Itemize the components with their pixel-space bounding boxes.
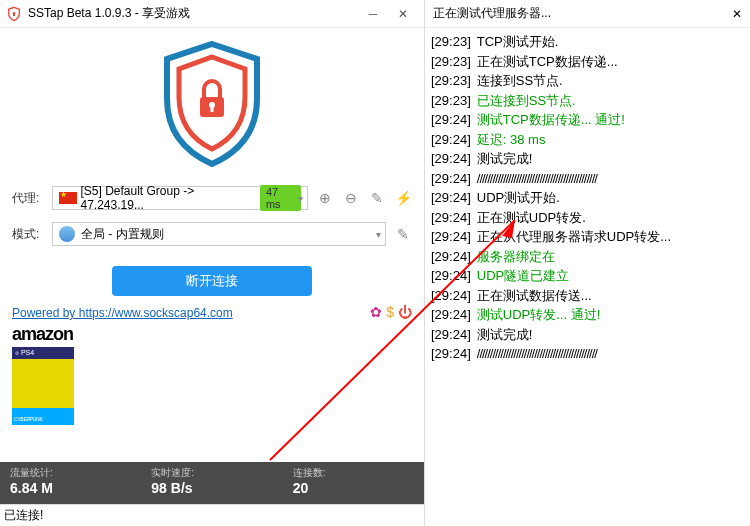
close-button[interactable]: ✕ xyxy=(388,4,418,24)
log-close-button[interactable]: ✕ xyxy=(732,7,742,21)
status-text: 已连接! xyxy=(0,504,424,526)
log-line: [29:24]测试完成! xyxy=(431,325,744,345)
log-line: [29:24]测试TCP数据传递... 通过! xyxy=(431,110,744,130)
stats-bar: 流量统计: 6.84 M 实时速度: 98 B/s 连接数: 20 xyxy=(0,462,424,504)
test-proxy-button[interactable]: ⚡ xyxy=(394,189,412,207)
log-line: [29:24]正在从代理服务器请求UDP转发... xyxy=(431,227,744,247)
titlebar: SSTap Beta 1.0.9.3 - 享受游戏 ─ ✕ xyxy=(0,0,424,28)
conn-cell: 连接数: 20 xyxy=(283,462,424,504)
proxy-dropdown[interactable]: [S5] Default Group -> 47.243.19... 47 ms… xyxy=(52,186,308,210)
donate-icon[interactable]: $ xyxy=(386,304,394,320)
latency-badge: 47 ms xyxy=(260,185,301,211)
app-shield-icon xyxy=(6,6,22,22)
globe-icon xyxy=(59,226,75,242)
remove-proxy-button[interactable]: ⊖ xyxy=(342,189,360,207)
log-line: [29:23]已连接到SS节点. xyxy=(431,91,744,111)
flag-icon xyxy=(59,192,77,204)
mode-value: 全局 - 内置规则 xyxy=(81,226,164,243)
mode-dropdown[interactable]: 全局 - 内置规则 ▾ xyxy=(52,222,386,246)
log-line: [29:23]正在测试TCP数据传递... xyxy=(431,52,744,72)
traffic-cell: 流量统计: 6.84 M xyxy=(0,462,141,504)
disconnect-button[interactable]: 断开连接 xyxy=(112,266,312,296)
log-line: [29:23]连接到SS节点. xyxy=(431,71,744,91)
ad-area[interactable]: amazon xyxy=(0,322,424,427)
powered-link[interactable]: Powered by https://www.sockscap64.com xyxy=(0,304,424,322)
log-line: [29:24]UDP隧道已建立 xyxy=(431,266,744,286)
window-title: SSTap Beta 1.0.9.3 - 享受游戏 xyxy=(28,5,358,22)
log-body: [29:23]TCP测试开始.[29:23]正在测试TCP数据传递...[29:… xyxy=(425,28,750,526)
logo-area xyxy=(0,28,424,180)
log-line: [29:24]测试UDP转发... 通过! xyxy=(431,305,744,325)
amazon-logo: amazon xyxy=(12,324,73,345)
log-line: [29:24]服务器绑定在 xyxy=(431,247,744,267)
log-window: 正在测试代理服务器... ✕ [29:23]TCP测试开始.[29:23]正在测… xyxy=(425,0,750,526)
log-title-text: 正在测试代理服务器... xyxy=(433,5,732,22)
mode-row: 模式: 全局 - 内置规则 ▾ ✎ xyxy=(0,216,424,252)
chevron-down-icon: ▾ xyxy=(376,229,381,240)
log-line: [29:23]TCP测试开始. xyxy=(431,32,744,52)
speed-cell: 实时速度: 98 B/s xyxy=(141,462,282,504)
game-cover xyxy=(12,347,74,425)
log-line: [29:24]/////////////////////////////////… xyxy=(431,344,744,364)
log-titlebar: 正在测试代理服务器... ✕ xyxy=(425,0,750,28)
mode-label: 模式: xyxy=(12,226,44,243)
proxy-value: [S5] Default Group -> 47.243.19... xyxy=(81,184,256,212)
add-proxy-button[interactable]: ⊕ xyxy=(316,189,334,207)
settings-icon[interactable]: ✿ xyxy=(370,304,382,320)
log-line: [29:24]/////////////////////////////////… xyxy=(431,169,744,189)
proxy-row: 代理: [S5] Default Group -> 47.243.19... 4… xyxy=(0,180,424,216)
chevron-down-icon: ▾ xyxy=(298,193,303,204)
proxy-label: 代理: xyxy=(12,190,44,207)
minimize-button[interactable]: ─ xyxy=(358,4,388,24)
log-line: [29:24]测试完成! xyxy=(431,149,744,169)
log-line: [29:24]延迟: 38 ms xyxy=(431,130,744,150)
shield-logo-icon xyxy=(157,39,267,169)
log-line: [29:24]正在测试数据传送... xyxy=(431,286,744,306)
corner-icons: ✿ $ ⏻ xyxy=(370,304,412,320)
log-line: [29:24]正在测试UDP转发. xyxy=(431,208,744,228)
edit-mode-button[interactable]: ✎ xyxy=(394,225,412,243)
edit-proxy-button[interactable]: ✎ xyxy=(368,189,386,207)
log-line: [29:24]UDP测试开始. xyxy=(431,188,744,208)
svg-rect-4 xyxy=(211,105,214,112)
power-icon[interactable]: ⏻ xyxy=(398,304,412,320)
main-window: SSTap Beta 1.0.9.3 - 享受游戏 ─ ✕ 代理: [S5] D… xyxy=(0,0,425,526)
svg-rect-1 xyxy=(13,14,15,16)
